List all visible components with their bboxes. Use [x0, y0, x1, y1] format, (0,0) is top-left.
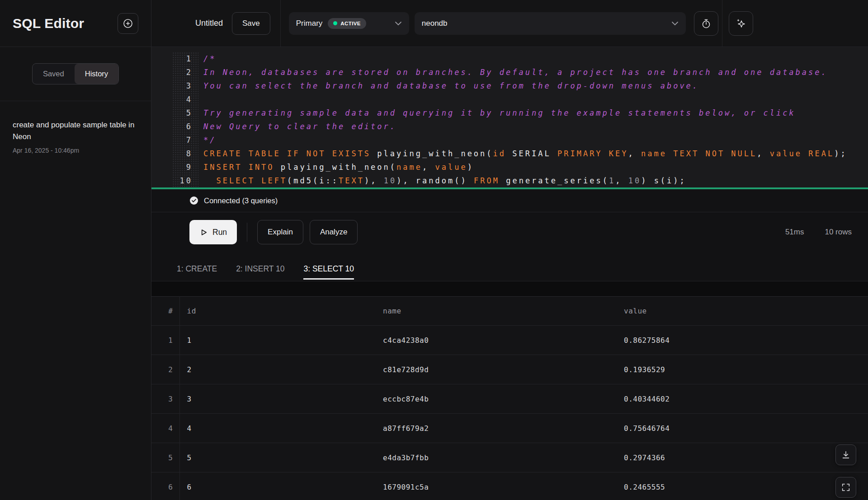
explain-button[interactable]: Explain: [257, 220, 303, 244]
active-statement-indicator: [151, 187, 868, 189]
chevron-down-icon: [395, 21, 402, 26]
data-cell: 0.2974366: [617, 443, 868, 472]
code-line[interactable]: 2In Neon, databases are stored on branch…: [151, 65, 868, 79]
row-index-cell: 3: [151, 384, 179, 414]
database-name: neondb: [422, 19, 448, 28]
table-row[interactable]: 44a87ff679a20.75646764: [151, 414, 868, 443]
connection-status-text: Connected (3 queries): [204, 196, 278, 205]
result-tab-1[interactable]: 1: CREATE: [177, 264, 217, 281]
gutter: [151, 133, 172, 147]
history-list: create and populate sample table in Neon…: [0, 101, 151, 154]
line-number: 10: [172, 174, 198, 187]
row-index-cell: 5: [151, 443, 179, 472]
data-cell: 0.86275864: [617, 326, 868, 355]
code-text: You can select the branch and database t…: [198, 79, 868, 93]
data-cell: e4da3b7fbb: [376, 443, 617, 472]
code-text: Try generating sample data and querying …: [198, 106, 868, 120]
data-cell: eccbc87e4b: [376, 384, 617, 414]
row-index-cell: 2: [151, 355, 179, 384]
query-toolbar: Run Explain Analyze 51ms 10 rows: [151, 212, 868, 252]
code-text: [198, 93, 868, 106]
toolbar-divider: [247, 223, 247, 242]
sidebar-tab-saved[interactable]: Saved: [33, 64, 75, 84]
expand-icon: [841, 482, 851, 492]
topbar-divider: [280, 0, 281, 47]
code-line[interactable]: 4: [151, 93, 868, 106]
database-select[interactable]: neondb: [415, 12, 686, 35]
data-cell: 5: [179, 443, 376, 472]
row-index-cell: 1: [151, 326, 179, 355]
sidebar-tabs-wrap: SavedHistory: [0, 47, 151, 101]
result-tab-2[interactable]: 2: INSERT 10: [236, 264, 284, 281]
history-item[interactable]: create and populate sample table in Neon…: [13, 119, 137, 154]
data-cell: 0.40344602: [617, 384, 868, 414]
gutter: [151, 160, 172, 174]
line-number: 9: [172, 160, 198, 174]
code-text: In Neon, databases are stored on branche…: [198, 65, 868, 79]
table-row[interactable]: 661679091c5a0.2465555: [151, 472, 868, 500]
query-duration: 51ms: [785, 228, 804, 237]
code-lines: 1/*2In Neon, databases are stored on bra…: [151, 52, 868, 187]
data-cell: 3: [179, 384, 376, 414]
code-line[interactable]: 8CREATE TABLE IF NOT EXISTS playing_with…: [151, 147, 868, 160]
line-number: 3: [172, 79, 198, 93]
column-header-name: name: [376, 297, 617, 326]
row-index-cell: 4: [151, 414, 179, 443]
code-text: */: [198, 133, 868, 147]
saved-history-segmented: SavedHistory: [32, 63, 119, 84]
code-line[interactable]: 7*/: [151, 133, 868, 147]
sql-editor-app: SQL Editor SavedHistory create and popul…: [0, 0, 868, 500]
data-cell: c4ca4238a0: [376, 326, 617, 355]
row-index-cell: 6: [151, 472, 179, 500]
results-header-row: #idnamevalue: [151, 297, 868, 326]
table-row[interactable]: 55e4da3b7fbb0.2974366: [151, 443, 868, 472]
code-line[interactable]: 3You can select the branch and database …: [151, 79, 868, 93]
code-text: CREATE TABLE IF NOT EXISTS playing_with_…: [198, 147, 868, 160]
analyze-button[interactable]: Analyze: [310, 220, 358, 244]
data-cell: 1679091c5a: [376, 472, 617, 500]
new-query-button[interactable]: [118, 13, 138, 34]
data-cell: 0.1936529: [617, 355, 868, 384]
code-line[interactable]: 5Try generating sample data and querying…: [151, 106, 868, 120]
history-item-title: create and populate sample table in Neon: [13, 119, 137, 142]
ai-assist-button[interactable]: [729, 11, 753, 36]
data-cell: 6: [179, 472, 376, 500]
table-row[interactable]: 11c4ca4238a00.86275864: [151, 326, 868, 355]
check-circle-icon: [189, 196, 198, 205]
download-results-button[interactable]: [835, 444, 856, 465]
topbar-divider: [722, 0, 722, 47]
result-tab-3[interactable]: 3: SELECT 10: [303, 264, 354, 281]
topbar: Untitled Save Primary ACTIVE neondb: [151, 0, 868, 47]
sidebar-tab-history[interactable]: History: [75, 64, 118, 84]
line-number: 6: [172, 120, 198, 133]
query-stats: 51ms 10 rows: [785, 228, 852, 237]
data-cell: a87ff679a2: [376, 414, 617, 443]
play-icon: [199, 228, 208, 237]
connection-status-bar: Connected (3 queries): [151, 189, 868, 212]
branch-select[interactable]: Primary ACTIVE: [289, 12, 409, 35]
code-line[interactable]: 6New Query to clear the editor.: [151, 120, 868, 133]
document-title: Untitled: [195, 19, 223, 28]
code-line[interactable]: 10 SELECT LEFT(md5(i::TEXT), 10), random…: [151, 174, 868, 187]
download-icon: [841, 450, 851, 460]
column-header-num: #: [151, 297, 179, 326]
save-button[interactable]: Save: [232, 12, 270, 35]
sql-code-editor[interactable]: 1/*2In Neon, databases are stored on bra…: [151, 47, 868, 189]
code-line[interactable]: 1/*: [151, 52, 868, 65]
results-gap: [151, 281, 868, 296]
expand-results-button[interactable]: [835, 477, 856, 498]
line-number: 1: [172, 52, 198, 65]
sparkles-icon: [735, 18, 747, 29]
status-dot-icon: [333, 21, 337, 25]
results-table: #idnamevalue 11c4ca4238a00.8627586422c81…: [151, 296, 868, 500]
results-panel: #idnamevalue 11c4ca4238a00.8627586422c81…: [151, 296, 868, 500]
code-line[interactable]: 9INSERT INTO playing_with_neon(name, val…: [151, 160, 868, 174]
run-button[interactable]: Run: [189, 220, 237, 244]
branch-status-label: ACTIVE: [340, 21, 361, 26]
main-panel: Untitled Save Primary ACTIVE neondb: [151, 0, 868, 500]
table-row[interactable]: 33eccbc87e4b0.40344602: [151, 384, 868, 414]
table-row[interactable]: 22c81e728d9d0.1936529: [151, 355, 868, 384]
query-history-timer-button[interactable]: [694, 11, 718, 36]
query-row-count: 10 rows: [825, 228, 852, 237]
branch-name: Primary: [296, 19, 323, 28]
